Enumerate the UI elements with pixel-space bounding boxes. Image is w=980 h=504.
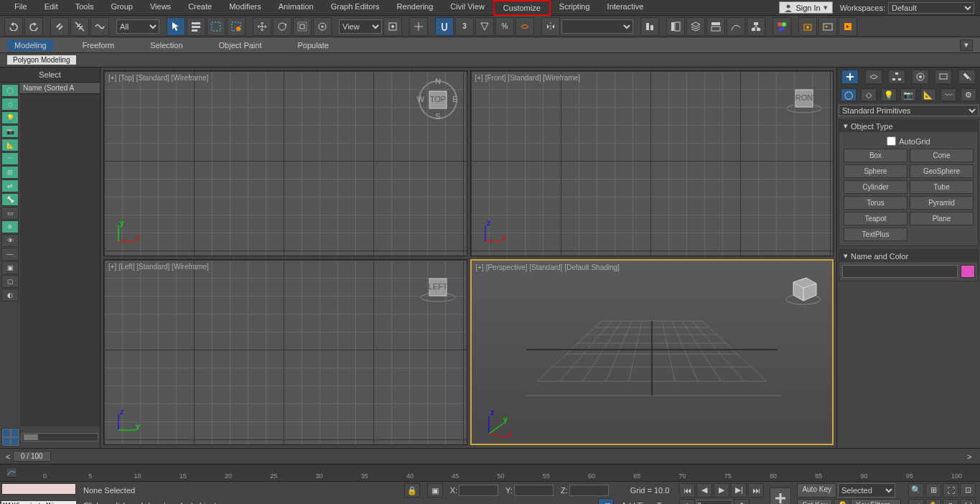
viewport-top[interactable]: [+] [Top] [Standard] [Wireframe] TOP N S…: [103, 70, 467, 256]
set-key-button[interactable]: Set Key: [797, 499, 832, 505]
select-move-button[interactable]: [253, 17, 271, 36]
menu-animation[interactable]: Animation: [270, 0, 322, 16]
z-coord-input[interactable]: [569, 485, 609, 496]
filter-cameras-icon[interactable]: 📷: [1, 125, 19, 138]
filter-container-icon[interactable]: ▭: [1, 207, 19, 220]
select-place-button[interactable]: [313, 17, 332, 36]
render-setup-button[interactable]: [798, 17, 817, 36]
lights-subtab[interactable]: 💡: [881, 88, 897, 101]
viewport-left[interactable]: [+] [Left] [Standard] [Wireframe] LEFT z…: [103, 259, 467, 445]
select-manipulate-button[interactable]: [409, 17, 428, 36]
track-bar[interactable]: 0510152025303540455055606570758085909510…: [0, 464, 980, 481]
scene-explorer-list[interactable]: Name (Sorted A: [20, 83, 100, 426]
create-sphere-button[interactable]: Sphere: [844, 164, 907, 178]
curve-editor-button[interactable]: [727, 17, 745, 36]
filter-invert-icon[interactable]: ◐: [1, 289, 19, 302]
zoom-extents-button[interactable]: ⛶: [943, 483, 958, 498]
create-tube-button[interactable]: Tube: [910, 180, 974, 194]
rendered-frame-button[interactable]: [818, 17, 837, 36]
select-rotate-button[interactable]: [273, 17, 291, 36]
key-filters-button[interactable]: Key Filters...: [851, 499, 901, 505]
zoom-all-button[interactable]: ⊞: [925, 483, 941, 498]
viewcube-left[interactable]: LEFT: [416, 267, 459, 310]
key-mode-button[interactable]: ◈: [679, 499, 695, 505]
filter-hidden-icon[interactable]: 👁: [1, 234, 19, 247]
selection-lock-icon[interactable]: 🔒: [404, 483, 420, 498]
viewport-layout-button[interactable]: [1, 428, 20, 447]
geometry-subtab[interactable]: ◯: [841, 88, 857, 101]
toggle-ribbon-button[interactable]: [706, 17, 725, 36]
maximize-viewport-button[interactable]: ⛶: [960, 499, 976, 505]
object-name-input[interactable]: [842, 265, 958, 278]
add-time-tag-label[interactable]: Add Time Tag: [621, 501, 669, 504]
viewport-left-label[interactable]: [+] [Left] [Standard] [Wireframe]: [108, 263, 209, 271]
menu-create[interactable]: Create: [179, 0, 220, 16]
viewcube-top[interactable]: TOP N S E W: [416, 78, 459, 121]
create-teapot-button[interactable]: Teapot: [844, 212, 907, 225]
key-target-dropdown[interactable]: Selected: [838, 483, 895, 498]
unlink-button[interactable]: [70, 17, 89, 36]
mirror-button[interactable]: [541, 17, 560, 36]
pivot-center-button[interactable]: [383, 17, 402, 36]
rect-select-button[interactable]: [207, 17, 225, 36]
filter-spacewarps-icon[interactable]: 〰: [1, 152, 19, 165]
menu-group[interactable]: Group: [102, 0, 141, 16]
menu-rendering[interactable]: Rendering: [388, 0, 442, 16]
motion-tab[interactable]: [912, 70, 929, 84]
window-crossing-button[interactable]: [227, 17, 246, 36]
prev-frame-button[interactable]: ◀: [696, 483, 712, 498]
menu-interactive[interactable]: Interactive: [599, 0, 653, 16]
link-button[interactable]: [50, 17, 69, 36]
current-frame-input[interactable]: [696, 500, 732, 505]
menu-modifiers[interactable]: Modifiers: [220, 0, 270, 16]
create-geosphere-button[interactable]: GeoSphere: [910, 164, 974, 178]
fov-button[interactable]: ◢: [908, 499, 924, 505]
auto-key-button[interactable]: Auto Key: [797, 483, 836, 498]
viewcube-persp[interactable]: [782, 268, 825, 311]
next-frame-button[interactable]: ▶|: [731, 483, 747, 498]
filter-xref-icon[interactable]: ⇄: [1, 179, 19, 192]
filter-geometry-icon[interactable]: ◯: [1, 84, 19, 97]
ribbon-tab-selection[interactable]: Selection: [143, 39, 190, 51]
y-coord-input[interactable]: [514, 485, 554, 496]
ribbon-tab-freeform[interactable]: Freeform: [75, 39, 122, 51]
rollout-caret-icon[interactable]: ▾: [844, 251, 848, 261]
ribbon-tab-modeling[interactable]: Modeling: [7, 39, 54, 51]
orbit-button[interactable]: ⟳: [943, 499, 958, 505]
viewport-front-label[interactable]: [+] [Front] [Standard] [Wireframe]: [475, 74, 580, 82]
create-cylinder-button[interactable]: Cylinder: [844, 180, 907, 194]
isolate-icon[interactable]: ▣: [427, 483, 443, 498]
viewport-front[interactable]: [+] [Front] [Standard] [Wireframe] FRONT…: [470, 70, 834, 256]
create-cone-button[interactable]: Cone: [910, 149, 974, 162]
create-torus-button[interactable]: Torus: [844, 196, 907, 210]
viewcube-front[interactable]: FRONT: [783, 78, 826, 121]
menu-graph-editors[interactable]: Graph Editors: [322, 0, 388, 16]
filter-bone-icon[interactable]: 🦴: [1, 193, 19, 206]
play-button[interactable]: ▶: [714, 483, 729, 498]
undo-button[interactable]: [4, 17, 23, 36]
x-coord-input[interactable]: [459, 485, 498, 496]
cameras-subtab[interactable]: 📷: [900, 88, 916, 101]
frame-counter[interactable]: 0 / 100: [13, 451, 51, 462]
viewport-top-label[interactable]: [+] [Top] [Standard] [Wireframe]: [108, 74, 208, 82]
ribbon-toggle-icon[interactable]: ▾: [960, 39, 973, 51]
polygon-modeling-tab[interactable]: Polygon Modeling: [7, 55, 76, 65]
sign-in-button[interactable]: Sign In ▾: [779, 1, 832, 14]
autogrid-checkbox[interactable]: [887, 136, 896, 146]
systems-subtab[interactable]: ⚙: [961, 88, 976, 101]
utilities-tab[interactable]: [958, 70, 976, 84]
ribbon-tab-populate[interactable]: Populate: [290, 39, 335, 51]
pan-button[interactable]: ✋: [925, 499, 941, 505]
selection-filter-dropdown[interactable]: All: [116, 19, 159, 34]
toggle-scene-explorer-button[interactable]: [666, 17, 685, 36]
time-slider[interactable]: < 0 / 100 >: [0, 448, 980, 464]
filter-helpers-icon[interactable]: 📐: [1, 139, 19, 151]
menu-scripting[interactable]: Scripting: [551, 0, 599, 16]
schematic-view-button[interactable]: [747, 17, 765, 36]
filter-none-icon[interactable]: ▢: [1, 275, 19, 288]
menu-tools[interactable]: Tools: [67, 0, 103, 16]
bind-spacewarp-button[interactable]: [90, 17, 109, 36]
goto-end-button[interactable]: ⏭: [748, 483, 764, 498]
create-box-button[interactable]: Box: [844, 149, 907, 162]
edit-named-sel-button[interactable]: [515, 17, 534, 36]
